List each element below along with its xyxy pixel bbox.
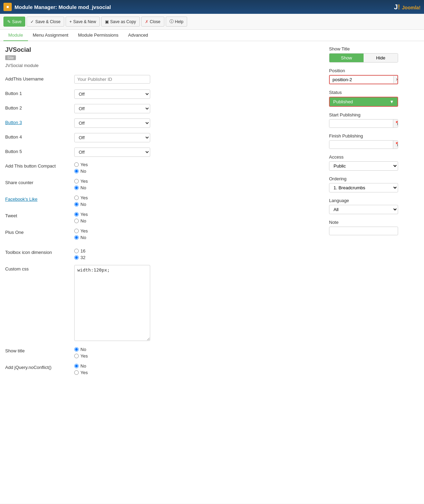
addthis-compact-no-radio[interactable] [74,169,79,173]
show-title-row: Show title No Yes [5,347,322,359]
add-jquery-no[interactable]: No [74,363,322,369]
close-button[interactable]: ✗ Close [141,17,164,27]
facebook-like-yes-radio[interactable] [74,196,79,200]
start-publishing-calendar-button[interactable]: 📅 [393,120,398,127]
ordering-select[interactable]: 1. Breadcrumbs [329,183,398,192]
toolbox-16[interactable]: 16 [74,248,322,254]
access-select[interactable]: Public Registered Special [329,161,398,171]
addthis-compact-yes[interactable]: Yes [74,162,322,167]
finish-publishing-input[interactable] [329,141,393,149]
facebook-like-field: Yes No [74,195,322,207]
addthis-compact-label: Add This button Compact [5,162,74,169]
plus-one-no-radio[interactable] [74,235,79,240]
tweet-yes-radio[interactable] [74,212,79,217]
share-counter-yes[interactable]: Yes [74,179,322,184]
save-button[interactable]: ✎ Save [3,17,25,27]
note-input[interactable] [329,227,398,235]
show-title-no[interactable]: No [74,347,322,352]
show-toggle-button[interactable]: Show [329,54,364,62]
share-counter-yes-radio[interactable] [74,179,79,183]
show-title-no-radio[interactable] [74,347,79,352]
language-select[interactable]: All [329,205,398,214]
toolbox-32[interactable]: 32 [74,255,322,260]
button3-label[interactable]: Button 3 [5,118,74,125]
button2-select[interactable]: OffOn [74,104,150,113]
add-jquery-no-radio[interactable] [74,364,79,368]
custom-css-row: Custom css width:120px; [5,265,322,342]
position-label: Position [329,68,419,73]
tweet-no[interactable]: No [74,218,322,224]
tweet-yes[interactable]: Yes [74,212,322,217]
show-title-yes[interactable]: Yes [74,353,322,359]
toolbox-32-radio[interactable] [74,255,79,260]
button5-label: Button 5 [5,148,74,154]
tweet-label: Tweet [5,212,74,218]
joomla-logo: J! Joomla! [394,3,421,11]
note-section: Note [329,220,419,235]
addthis-username-input[interactable] [74,75,150,84]
toolbox-dimension-row: Toolbox icon dimension 16 32 [5,248,322,260]
share-counter-no-radio[interactable] [74,186,79,190]
facebook-like-label[interactable]: Facebook's Like [5,195,74,202]
button3-select[interactable]: OffOn [74,118,150,128]
save-new-button[interactable]: + Save & New [66,17,100,27]
button4-row: Button 4 OffOn [5,133,322,143]
addthis-compact-row: Add This button Compact Yes No [5,162,322,174]
module-description: JVSocial module [5,63,322,68]
facebook-like-yes[interactable]: Yes [74,195,322,200]
hide-toggle-button[interactable]: Hide [364,54,398,62]
button2-label: Button 2 [5,104,74,111]
button4-label: Button 4 [5,133,74,140]
plus-one-yes[interactable]: Yes [74,228,322,234]
status-published-button[interactable]: Published ▼ [330,97,397,106]
add-jquery-row: Add jQuery.noConflict() No Yes [5,363,322,375]
language-section: Language All [329,198,419,214]
plus-one-no[interactable]: No [74,235,322,240]
add-jquery-yes[interactable]: Yes [74,370,322,375]
custom-css-textarea[interactable]: width:120px; [74,265,150,341]
toolbox-dimension-radio-group: 16 32 [74,248,322,260]
add-jquery-field: No Yes [74,363,322,375]
tab-module[interactable]: Module [3,30,28,41]
button5-field: OffOn [74,148,322,157]
button4-select[interactable]: OffOn [74,133,150,142]
button3-field: OffOn [74,118,322,128]
toolbar: ✎ Save ✓ Save & Close + Save & New ▣ Sav… [0,14,424,30]
status-published-text: Published [333,99,353,104]
tab-module-permissions[interactable]: Module Permissions [73,30,123,41]
facebook-like-no-radio[interactable] [74,202,79,207]
facebook-like-radio-group: Yes No [74,195,322,207]
finish-publishing-calendar-button[interactable]: 📅 [393,141,398,149]
share-counter-radio-group: Yes No [74,179,322,190]
show-title-label: Show title [5,347,74,353]
addthis-compact-yes-radio[interactable] [74,162,79,167]
start-publishing-input[interactable] [329,120,393,127]
tweet-radio-group: Yes No [74,212,322,224]
finish-publishing-field: 📅 [329,140,398,149]
add-jquery-yes-radio[interactable] [74,370,79,375]
facebook-like-no[interactable]: No [74,202,322,207]
finish-publishing-label: Finish Publishing [329,133,419,139]
tab-menu-assignment[interactable]: Menu Assignment [28,30,73,41]
position-input[interactable] [330,76,393,84]
help-button[interactable]: ⓘ Help [166,17,187,27]
plus-one-yes-radio[interactable] [74,229,79,233]
addthis-compact-no[interactable]: No [74,169,322,174]
show-title-yes-radio[interactable] [74,354,79,358]
show-title-radio-group: No Yes [74,347,322,359]
save-copy-button[interactable]: ▣ Save as Copy [101,17,140,27]
start-publishing-field: 📅 [329,119,398,128]
share-counter-no[interactable]: No [74,185,322,190]
button5-select[interactable]: OffOn [74,148,150,157]
tab-advanced[interactable]: Advanced [123,30,153,41]
start-publishing-label: Start Publishing [329,112,419,117]
toolbox-16-radio[interactable] [74,249,79,253]
button1-label: Button 1 [5,89,74,96]
custom-css-field: width:120px; [74,265,322,342]
button1-select[interactable]: OffOn [74,89,150,99]
position-clear-button[interactable]: ✕ [393,76,398,83]
tweet-no-radio[interactable] [74,219,79,223]
share-counter-row: Share counter Yes No [5,179,322,190]
button1-row: Button 1 OffOn [5,89,322,99]
save-close-button[interactable]: ✓ Save & Close [27,17,64,27]
